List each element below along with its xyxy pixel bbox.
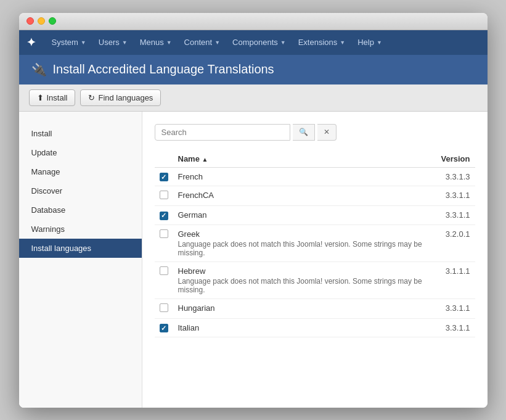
find-languages-button[interactable]: ↻ Find languages bbox=[80, 89, 161, 106]
nav-extensions-caret: ▼ bbox=[340, 39, 345, 46]
content-area: 🔍 ✕ Name ▲ Version bbox=[142, 112, 488, 408]
language-name-cell: FrenchCA bbox=[173, 186, 436, 206]
install-button[interactable]: ⬆ Install bbox=[29, 89, 76, 106]
sidebar: Install Update Manage Discover Database … bbox=[19, 112, 142, 408]
checkbox-cell bbox=[155, 299, 173, 318]
sidebar-item-manage[interactable]: Manage bbox=[19, 162, 142, 181]
language-name: Greek bbox=[178, 229, 200, 239]
language-name-cell: Hungarian bbox=[173, 299, 436, 318]
checkbox-cell bbox=[155, 318, 173, 337]
toolbar: ⬆ Install ↻ Find languages bbox=[19, 84, 488, 112]
row-checkbox[interactable] bbox=[160, 266, 168, 275]
nav-item-help[interactable]: Help ▼ bbox=[351, 30, 388, 55]
language-name: FrenchCA bbox=[178, 191, 214, 200]
checkbox-cell bbox=[155, 186, 173, 206]
col-name-header[interactable]: Name ▲ bbox=[173, 150, 436, 168]
nav-menus-caret: ▼ bbox=[166, 39, 172, 46]
version-cell: 3.3.1.3 bbox=[436, 167, 475, 186]
table-row: Greek Language pack does not match this … bbox=[155, 224, 475, 261]
version-cell: 3.1.1.1 bbox=[436, 261, 475, 299]
table-row: French 3.3.1.3 bbox=[155, 167, 475, 186]
table-row: FrenchCA 3.3.1.1 bbox=[155, 186, 475, 206]
clear-search-button[interactable]: ✕ bbox=[317, 124, 337, 141]
language-name: German bbox=[178, 210, 207, 220]
nav-menus-label: Menus bbox=[140, 38, 164, 47]
sidebar-item-database[interactable]: Database bbox=[19, 200, 142, 220]
nav-help-caret: ▼ bbox=[377, 39, 382, 46]
nav-item-system[interactable]: System ▼ bbox=[46, 30, 92, 55]
language-name-cell: Greek Language pack does not match this … bbox=[173, 224, 436, 261]
nav-item-users[interactable]: Users ▼ bbox=[92, 30, 134, 55]
page-header-icon: 🔌 bbox=[31, 62, 47, 77]
refresh-icon: ↻ bbox=[88, 93, 95, 102]
traffic-lights bbox=[27, 17, 56, 25]
search-button[interactable]: 🔍 bbox=[293, 124, 315, 141]
version-cell: 3.2.0.1 bbox=[436, 224, 475, 261]
checkbox-cell bbox=[155, 224, 173, 261]
language-name-cell: French bbox=[173, 167, 436, 186]
col-version-header: Version bbox=[436, 150, 475, 168]
nav-item-content[interactable]: Content ▼ bbox=[178, 30, 226, 55]
close-button[interactable] bbox=[27, 17, 34, 25]
nav-users-label: Users bbox=[99, 38, 120, 47]
language-name: Hebrew bbox=[178, 266, 206, 276]
nav-extensions-label: Extensions bbox=[298, 38, 338, 47]
table-row: Hebrew Language pack does not match this… bbox=[155, 261, 475, 299]
row-checkbox[interactable] bbox=[160, 173, 168, 181]
nav-system-caret: ▼ bbox=[81, 39, 86, 46]
title-bar bbox=[19, 13, 488, 30]
row-checkbox[interactable] bbox=[160, 191, 168, 199]
row-checkbox[interactable] bbox=[160, 303, 168, 312]
version-cell: 3.3.1.1 bbox=[436, 186, 475, 206]
nav-item-extensions[interactable]: Extensions ▼ bbox=[292, 30, 352, 55]
search-input[interactable] bbox=[155, 124, 290, 141]
nav-components-caret: ▼ bbox=[280, 39, 286, 46]
search-icon: 🔍 bbox=[299, 128, 308, 136]
table-row: German 3.3.1.1 bbox=[155, 206, 475, 225]
nav-item-components[interactable]: Components ▼ bbox=[226, 30, 292, 55]
language-name: Hungarian bbox=[178, 303, 215, 313]
sidebar-item-discover[interactable]: Discover bbox=[19, 181, 142, 200]
checkbox-cell bbox=[155, 167, 173, 186]
find-languages-label: Find languages bbox=[98, 93, 153, 102]
nav-item-menus[interactable]: Menus ▼ bbox=[134, 30, 178, 55]
nav-components-label: Components bbox=[232, 38, 278, 47]
table-row: Italian 3.3.1.1 bbox=[155, 318, 475, 337]
language-name-cell: Italian bbox=[173, 318, 436, 337]
language-name-cell: German bbox=[173, 206, 436, 225]
navbar: ✦ System ▼ Users ▼ Menus ▼ Content ▼ Com… bbox=[19, 30, 488, 55]
language-warning: Language pack does not match this Joomla… bbox=[178, 240, 431, 257]
table-row: Hungarian 3.3.1.1 bbox=[155, 299, 475, 318]
language-warning: Language pack does not match this Joomla… bbox=[178, 277, 431, 294]
language-table: Name ▲ Version French 3.3.1.3 bbox=[155, 150, 475, 338]
nav-system-label: System bbox=[52, 38, 78, 47]
sort-arrow-icon: ▲ bbox=[202, 156, 208, 163]
version-cell: 3.3.1.1 bbox=[436, 206, 475, 225]
checkbox-cell bbox=[155, 206, 173, 225]
nav-help-label: Help bbox=[357, 38, 374, 47]
checkbox-cell bbox=[155, 261, 173, 299]
version-cell: 3.3.1.1 bbox=[436, 318, 475, 337]
install-label: Install bbox=[47, 93, 68, 102]
search-row: 🔍 ✕ bbox=[155, 124, 475, 141]
sidebar-item-warnings[interactable]: Warnings bbox=[19, 220, 142, 239]
page-title: Install Accredited Language Translations bbox=[53, 62, 274, 76]
nav-content-caret: ▼ bbox=[214, 39, 220, 46]
nav-content-label: Content bbox=[184, 38, 213, 47]
row-checkbox[interactable] bbox=[160, 212, 168, 220]
row-checkbox[interactable] bbox=[160, 324, 168, 332]
language-name: French bbox=[178, 172, 203, 181]
brand-logo: ✦ bbox=[24, 36, 38, 49]
maximize-button[interactable] bbox=[49, 17, 56, 25]
main-content: Install Update Manage Discover Database … bbox=[19, 112, 488, 408]
minimize-button[interactable] bbox=[38, 17, 45, 25]
clear-icon: ✕ bbox=[324, 128, 330, 136]
sidebar-item-update[interactable]: Update bbox=[19, 143, 142, 162]
version-cell: 3.3.1.1 bbox=[436, 299, 475, 318]
row-checkbox[interactable] bbox=[160, 229, 168, 238]
language-name-cell: Hebrew Language pack does not match this… bbox=[173, 261, 436, 299]
nav-users-caret: ▼ bbox=[122, 39, 128, 46]
sidebar-item-install-languages[interactable]: Install languages bbox=[19, 239, 142, 258]
sidebar-item-install[interactable]: Install bbox=[19, 124, 142, 143]
page-header: 🔌 Install Accredited Language Translatio… bbox=[19, 55, 488, 84]
